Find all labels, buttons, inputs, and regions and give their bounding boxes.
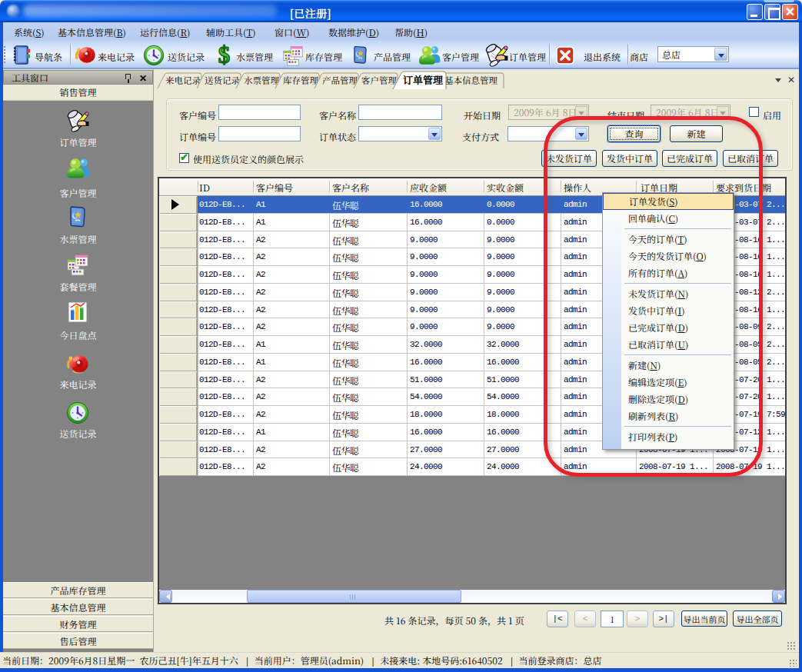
svg-text:水票管理: 水票管理 — [244, 74, 279, 86]
svg-text:产品管理: 产品管理 — [322, 74, 358, 86]
svg-text:来电记录: 来电记录 — [165, 74, 201, 86]
svg-text:订单管理: 订单管理 — [403, 72, 444, 87]
svg-text:送货记录: 送货记录 — [205, 74, 240, 86]
svg-text:客户管理: 客户管理 — [361, 74, 397, 86]
svg-text:库存管理: 库存管理 — [283, 74, 318, 86]
svg-text:基本信息管理: 基本信息管理 — [444, 74, 498, 86]
svg-text:✕: ✕ — [787, 75, 795, 85]
